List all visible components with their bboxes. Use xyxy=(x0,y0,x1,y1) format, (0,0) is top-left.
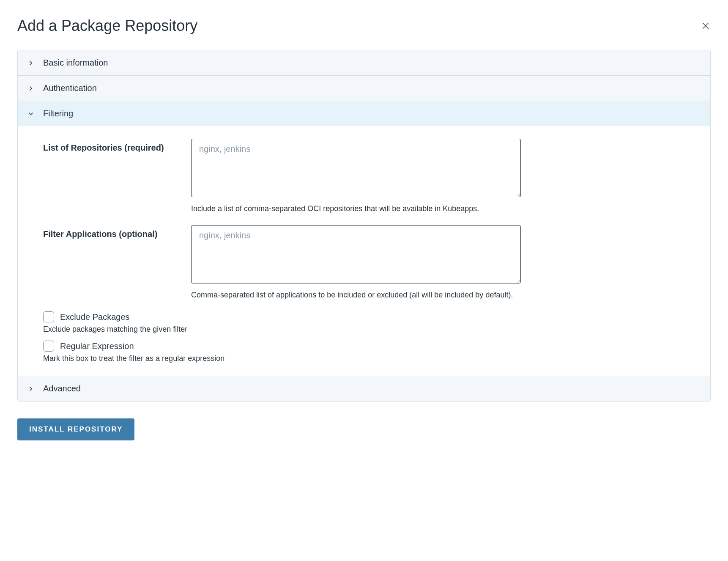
exclude-packages-label: Exclude Packages xyxy=(60,312,130,322)
chevron-right-icon xyxy=(27,85,35,92)
chevron-down-icon xyxy=(27,110,35,118)
accordion-header-basic-info[interactable]: Basic information xyxy=(18,50,710,75)
list-repositories-input[interactable] xyxy=(191,139,521,197)
accordion-label: Filtering xyxy=(43,109,73,118)
list-repositories-help: Include a list of comma-separated OCI re… xyxy=(191,204,521,213)
exclude-packages-row: Exclude Packages xyxy=(43,311,685,322)
accordion-item-advanced: Advanced xyxy=(18,376,710,401)
regex-checkbox[interactable] xyxy=(43,341,54,352)
accordion-header-authentication[interactable]: Authentication xyxy=(18,76,710,101)
exclude-packages-help: Exclude packages matching the given filt… xyxy=(43,325,685,334)
regex-row: Regular Expression xyxy=(43,341,685,352)
modal-footer: INSTALL REPOSITORY xyxy=(17,418,711,440)
filtering-body: List of Repositories (required) Include … xyxy=(18,126,710,376)
close-icon xyxy=(701,21,710,30)
accordion-label: Basic information xyxy=(43,58,108,68)
accordion-label: Authentication xyxy=(43,83,97,93)
install-repository-button[interactable]: INSTALL REPOSITORY xyxy=(17,418,134,440)
accordion-item-filtering: Filtering List of Repositories (required… xyxy=(18,101,710,376)
exclude-packages-group: Exclude Packages Exclude packages matchi… xyxy=(43,311,685,334)
chevron-right-icon xyxy=(27,385,35,393)
form-row-filter-apps: Filter Applications (optional) Comma-sep… xyxy=(43,225,685,300)
accordion-item-basic-info: Basic information xyxy=(18,50,710,76)
close-button[interactable] xyxy=(701,21,711,31)
accordion: Basic information Authentication Filteri… xyxy=(17,50,711,402)
modal-header: Add a Package Repository xyxy=(17,17,711,35)
form-row-repositories: List of Repositories (required) Include … xyxy=(43,139,685,213)
accordion-item-authentication: Authentication xyxy=(18,76,710,101)
accordion-header-filtering[interactable]: Filtering xyxy=(18,101,710,126)
filter-applications-help: Comma-separated list of applications to … xyxy=(191,291,521,300)
list-repositories-label: List of Repositories (required) xyxy=(43,143,174,153)
regex-label: Regular Expression xyxy=(60,341,134,351)
accordion-label: Advanced xyxy=(43,384,81,393)
regex-group: Regular Expression Mark this box to trea… xyxy=(43,341,685,363)
exclude-packages-checkbox[interactable] xyxy=(43,311,54,322)
modal-title: Add a Package Repository xyxy=(17,17,197,35)
filter-applications-input[interactable] xyxy=(191,225,521,283)
chevron-right-icon xyxy=(27,59,35,67)
regex-help: Mark this box to treat the filter as a r… xyxy=(43,354,685,363)
accordion-header-advanced[interactable]: Advanced xyxy=(18,376,710,401)
filter-applications-label: Filter Applications (optional) xyxy=(43,229,174,239)
add-repository-modal: Add a Package Repository Basic informati… xyxy=(17,17,711,440)
